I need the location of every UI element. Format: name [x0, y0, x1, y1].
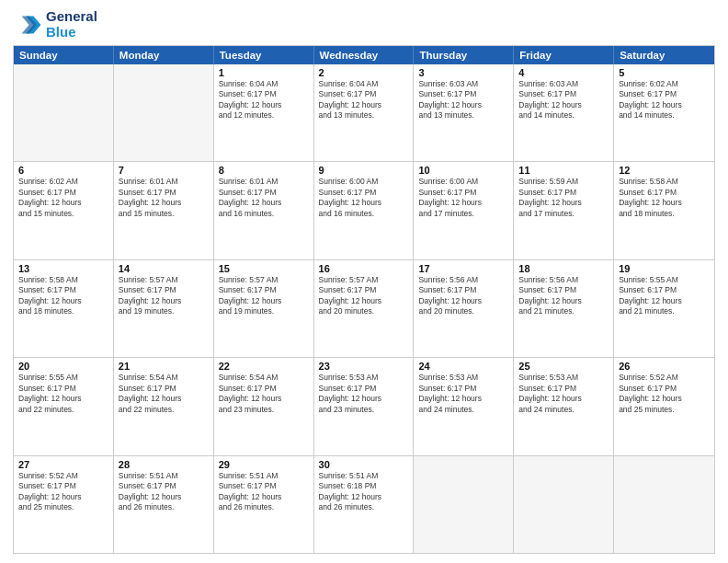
day-cell-12: 12Sunrise: 5:58 AMSunset: 6:17 PMDayligh… [614, 162, 714, 259]
cell-info-line: Sunset: 6:17 PM [319, 89, 409, 99]
cell-info-line: and 23 minutes. [219, 405, 309, 415]
cell-info-line: and 24 minutes. [418, 405, 508, 415]
weekday-header-tuesday: Tuesday [214, 46, 314, 64]
cell-info-line: Daylight: 12 hours [119, 198, 209, 208]
day-number: 18 [518, 263, 609, 274]
cell-info-line: Daylight: 12 hours [219, 296, 309, 306]
cell-info-line: Daylight: 12 hours [518, 296, 609, 306]
day-cell-3: 3Sunrise: 6:03 AMSunset: 6:17 PMDaylight… [414, 64, 514, 161]
calendar-body: 1Sunrise: 6:04 AMSunset: 6:17 PMDaylight… [14, 64, 714, 553]
cell-info-line: Sunset: 6:18 PM [319, 481, 409, 491]
day-number: 29 [219, 459, 309, 470]
cell-info-line: Daylight: 12 hours [319, 492, 409, 502]
cell-info-line: and 12 minutes. [219, 110, 309, 121]
day-cell-21: 21Sunrise: 5:54 AMSunset: 6:17 PMDayligh… [114, 358, 214, 454]
day-cell-5: 5Sunrise: 6:02 AMSunset: 6:17 PMDaylight… [614, 64, 714, 161]
cell-info-line: and 15 minutes. [119, 209, 209, 219]
cell-info-line: Sunrise: 5:53 AM [418, 373, 508, 383]
cell-info-line: Sunrise: 5:58 AM [18, 275, 108, 285]
cell-info-line: Sunset: 6:17 PM [219, 285, 309, 295]
cell-info-line: and 16 minutes. [219, 209, 309, 219]
day-number: 12 [619, 165, 710, 176]
cell-info-line: Sunrise: 5:51 AM [119, 471, 209, 481]
day-cell-22: 22Sunrise: 5:54 AMSunset: 6:17 PMDayligh… [214, 358, 314, 454]
cell-info-line: Daylight: 12 hours [219, 492, 309, 502]
cell-info-line: Sunrise: 6:01 AM [119, 177, 209, 187]
logo-icon [13, 10, 42, 40]
cell-info-line: and 25 minutes. [619, 405, 710, 415]
cell-info-line: and 15 minutes. [18, 209, 108, 219]
day-number: 2 [319, 67, 409, 78]
cell-info-line: and 22 minutes. [119, 405, 209, 415]
day-number: 17 [418, 263, 508, 274]
cell-info-line: and 21 minutes. [518, 306, 609, 316]
cell-info-line: and 20 minutes. [319, 306, 409, 316]
cell-info-line: Sunrise: 5:58 AM [619, 177, 710, 187]
cell-info-line: Sunrise: 5:56 AM [418, 275, 508, 285]
cell-info-line: Daylight: 12 hours [18, 492, 108, 502]
cell-info-line: Daylight: 12 hours [18, 198, 108, 208]
day-cell-15: 15Sunrise: 5:57 AMSunset: 6:17 PMDayligh… [214, 260, 314, 357]
cell-info-line: and 18 minutes. [18, 306, 108, 316]
week-row-5: 27Sunrise: 5:52 AMSunset: 6:17 PMDayligh… [14, 455, 714, 553]
day-number: 1 [219, 67, 309, 78]
cell-info-line: Daylight: 12 hours [219, 198, 309, 208]
cell-info-line: Sunset: 6:17 PM [619, 89, 710, 99]
day-number: 21 [119, 361, 209, 372]
day-cell-26: 26Sunrise: 5:52 AMSunset: 6:17 PMDayligh… [614, 358, 714, 454]
cell-info-line: Sunset: 6:17 PM [518, 188, 609, 198]
cell-info-line: Sunrise: 5:52 AM [619, 373, 710, 383]
cell-info-line: Sunrise: 5:54 AM [219, 373, 309, 383]
cell-info-line: Sunrise: 5:59 AM [518, 177, 609, 187]
cell-info-line: Daylight: 12 hours [418, 394, 508, 404]
day-number: 27 [18, 459, 108, 470]
cell-info-line: Daylight: 12 hours [319, 198, 409, 208]
cell-info-line: Sunset: 6:17 PM [219, 384, 309, 394]
cell-info-line: Sunset: 6:17 PM [518, 89, 609, 99]
cell-info-line: Sunset: 6:17 PM [418, 285, 508, 295]
day-cell-16: 16Sunrise: 5:57 AMSunset: 6:17 PMDayligh… [314, 260, 415, 357]
day-number: 4 [518, 67, 609, 78]
day-number: 26 [619, 361, 710, 372]
cell-info-line: Daylight: 12 hours [18, 296, 108, 306]
cell-info-line: Sunset: 6:17 PM [119, 384, 209, 394]
cell-info-line: Sunset: 6:17 PM [219, 481, 309, 491]
day-number: 19 [619, 263, 710, 274]
cell-info-line: and 18 minutes. [619, 209, 710, 219]
cell-info-line: and 19 minutes. [219, 306, 309, 316]
cell-info-line: Sunrise: 5:57 AM [119, 275, 209, 285]
cell-info-line: Daylight: 12 hours [619, 296, 710, 306]
day-number: 9 [319, 165, 409, 176]
day-cell-8: 8Sunrise: 6:01 AMSunset: 6:17 PMDaylight… [214, 162, 314, 259]
cell-info-line: Sunrise: 5:52 AM [18, 471, 108, 481]
cell-info-line: Sunset: 6:17 PM [418, 188, 508, 198]
day-number: 22 [219, 361, 309, 372]
cell-info-line: and 20 minutes. [418, 306, 508, 316]
day-cell-27: 27Sunrise: 5:52 AMSunset: 6:17 PMDayligh… [14, 456, 114, 553]
cell-info-line: Daylight: 12 hours [18, 394, 108, 404]
weekday-header-friday: Friday [514, 46, 614, 64]
day-number: 5 [619, 67, 710, 78]
cell-info-line: Daylight: 12 hours [418, 198, 508, 208]
cell-info-line: Sunset: 6:17 PM [619, 384, 710, 394]
cell-info-line: Sunrise: 5:51 AM [219, 471, 309, 481]
cell-info-line: Daylight: 12 hours [418, 296, 508, 306]
cell-info-line: Sunset: 6:17 PM [18, 188, 108, 198]
cell-info-line: Sunset: 6:17 PM [119, 481, 209, 491]
day-number: 14 [119, 263, 209, 274]
empty-cell [514, 456, 614, 553]
day-cell-30: 30Sunrise: 5:51 AMSunset: 6:18 PMDayligh… [314, 456, 415, 553]
week-row-2: 6Sunrise: 6:02 AMSunset: 6:17 PMDaylight… [14, 161, 714, 259]
logo: General Blue [13, 9, 97, 40]
logo-text: General Blue [46, 9, 97, 40]
cell-info-line: Sunrise: 5:54 AM [119, 373, 209, 383]
week-row-3: 13Sunrise: 5:58 AMSunset: 6:17 PMDayligh… [14, 259, 714, 357]
cell-info-line: Daylight: 12 hours [119, 394, 209, 404]
weekday-header-thursday: Thursday [414, 46, 514, 64]
cell-info-line: Sunset: 6:17 PM [219, 188, 309, 198]
cell-info-line: Sunrise: 5:56 AM [518, 275, 609, 285]
day-number: 7 [119, 165, 209, 176]
day-cell-14: 14Sunrise: 5:57 AMSunset: 6:17 PMDayligh… [114, 260, 214, 357]
cell-info-line: Daylight: 12 hours [219, 100, 309, 110]
day-number: 13 [18, 263, 108, 274]
